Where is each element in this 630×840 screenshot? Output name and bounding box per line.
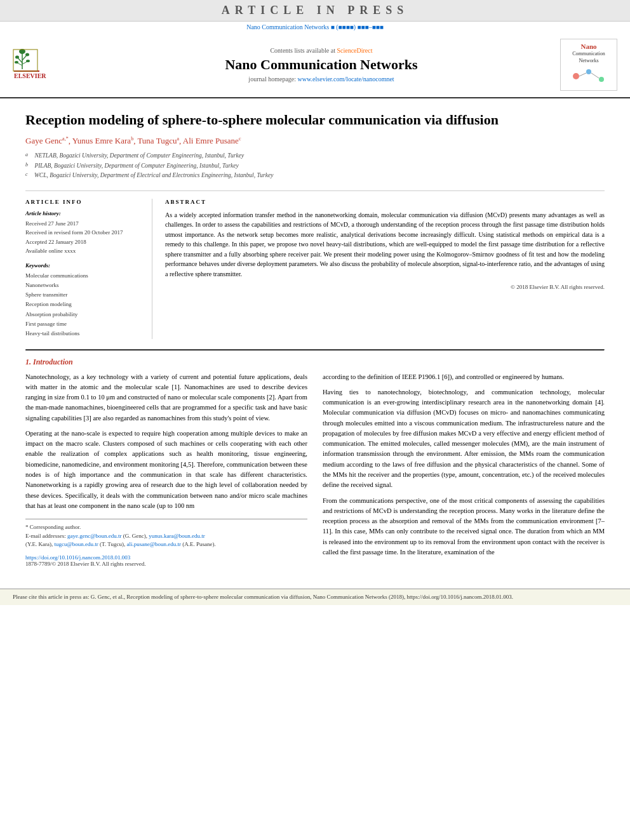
svg-line-3 bbox=[18, 58, 22, 63]
abstract-col: ABSTRACT As a widely accepted informatio… bbox=[165, 199, 605, 339]
article-in-press-banner: ARTICLE IN PRESS bbox=[0, 0, 630, 22]
author-tuna: Tuna Tugcua bbox=[137, 136, 179, 145]
section-introduction: 1. Introduction Nanotechnology, as a key… bbox=[25, 357, 605, 567]
svg-line-4 bbox=[22, 55, 27, 60]
svg-line-6 bbox=[22, 62, 27, 64]
citation-bar: Please cite this article in press as: G.… bbox=[0, 589, 630, 606]
svg-point-14 bbox=[586, 69, 591, 74]
affil-a: a NETLAB, Bogazici University, Departmen… bbox=[25, 151, 605, 161]
svg-point-10 bbox=[15, 61, 18, 63]
email-yunus[interactable]: yunus.kara@boun.edu.tr bbox=[149, 533, 205, 539]
affil-c: c WCL, Bogazici University, Department o… bbox=[25, 171, 605, 180]
history-label: Article history: bbox=[25, 210, 144, 217]
article-dates: Received 27 June 2017 Received in revise… bbox=[25, 219, 144, 256]
email-note: E-mail addresses: gaye.genc@boun.edu.tr … bbox=[25, 532, 307, 549]
abstract-heading: ABSTRACT bbox=[165, 199, 605, 205]
email-tuna[interactable]: tugcu@boun.edu.tr bbox=[55, 541, 98, 547]
svg-point-15 bbox=[599, 77, 604, 82]
banner-text: ARTICLE IN PRESS bbox=[222, 4, 408, 17]
intro-rp3: From the communications perspective, one… bbox=[323, 496, 605, 558]
kw-3: Reception modeling bbox=[25, 300, 144, 309]
homepage-url[interactable]: www.elsevier.com/locate/nanocomnet bbox=[298, 76, 394, 83]
affil-b: b PILAB, Bogazici University, Department… bbox=[25, 161, 605, 171]
info-abstract-section: ARTICLE INFO Article history: Received 2… bbox=[25, 190, 605, 339]
svg-point-9 bbox=[25, 53, 29, 56]
footnote-area: * Corresponding author. E-mail addresses… bbox=[25, 519, 307, 549]
date-revised: Received in revised form 20 October 2017 bbox=[25, 228, 144, 237]
elsevier-logo: ELSEVIER bbox=[13, 46, 76, 81]
journal-center-area: Contents lists available at ScienceDirec… bbox=[83, 47, 560, 83]
svg-point-13 bbox=[573, 73, 579, 79]
journal-header: ELSEVIER Contents lists available at Sci… bbox=[0, 32, 630, 98]
svg-line-16 bbox=[579, 73, 586, 76]
svg-text:ELSEVIER: ELSEVIER bbox=[14, 72, 46, 79]
authors-line: Gaye Genca,*, Yunus Emre Karab, Tuna Tug… bbox=[25, 136, 605, 146]
email-ali[interactable]: ali.pusane@boun.edu.tr bbox=[126, 541, 181, 547]
sciencedirect-line: Contents lists available at ScienceDirec… bbox=[83, 47, 560, 54]
section-divider bbox=[25, 349, 605, 351]
affil-c-text: WCL, Bogazici University, Department of … bbox=[34, 171, 273, 180]
date-online: Available online xxxx bbox=[25, 246, 144, 255]
svg-line-5 bbox=[17, 63, 22, 65]
article-info-heading: ARTICLE INFO bbox=[25, 199, 144, 205]
intro-left-text: Nanotechnology, as a key technology with… bbox=[25, 372, 307, 511]
author-ali: Ali Emre Pusanec bbox=[183, 136, 241, 145]
svg-point-8 bbox=[15, 55, 19, 58]
intro-p2: Operating at the nano-scale is expected … bbox=[25, 429, 307, 511]
kw-4: Absorption probability bbox=[25, 310, 144, 319]
journal-title: Nano Communication Networks bbox=[83, 57, 560, 73]
kw-0: Molecular communications bbox=[25, 271, 144, 281]
citation-text: Please cite this article in press as: G.… bbox=[13, 594, 513, 600]
intro-right-col: according to the definition of IEEE P190… bbox=[323, 372, 605, 567]
contents-label: Contents lists available at bbox=[270, 47, 335, 54]
email-tuna-name: (T. Tugcu), bbox=[100, 541, 126, 547]
article-title: Reception modeling of sphere-to-sphere m… bbox=[25, 111, 605, 130]
email-gaye-name: (G. Genc), bbox=[123, 533, 149, 539]
email-gaye[interactable]: gaye.genc@boun.edu.tr bbox=[67, 533, 122, 539]
email-ye-name: (Y.E. Kara), bbox=[25, 541, 55, 547]
author-gaye: Gaye Genca,* bbox=[25, 136, 69, 145]
affil-a-text: NETLAB, Bogazici University, Department … bbox=[34, 151, 244, 161]
kw-5: First passage time bbox=[25, 319, 144, 329]
nano-logo-icon bbox=[570, 67, 608, 86]
keywords-label: Keywords: bbox=[25, 262, 144, 269]
affiliations: a NETLAB, Bogazici University, Departmen… bbox=[25, 151, 605, 180]
homepage-label: journal homepage: bbox=[248, 76, 296, 83]
intro-right-text: according to the definition of IEEE P190… bbox=[323, 372, 605, 558]
nano-logo-area: Nano Communication Networks bbox=[560, 39, 617, 91]
date-accepted: Accepted 22 January 2018 bbox=[25, 237, 144, 246]
publisher-logo-area: ELSEVIER bbox=[13, 46, 83, 84]
keywords-list: Molecular communications Nanonetworks Sp… bbox=[25, 271, 144, 339]
main-content: Reception modeling of sphere-to-sphere m… bbox=[0, 98, 630, 588]
nano-logo-box: Nano Communication Networks bbox=[560, 39, 617, 91]
svg-rect-12 bbox=[13, 50, 37, 71]
author-yunus: Yunus Emre Karab bbox=[72, 136, 133, 145]
abstract-text: As a widely accepted information transfe… bbox=[165, 210, 605, 279]
sciencedirect-link[interactable]: ScienceDirect bbox=[337, 47, 372, 54]
kw-2: Sphere transmitter bbox=[25, 290, 144, 300]
article-info-col: ARTICLE INFO Article history: Received 2… bbox=[25, 199, 152, 339]
intro-two-col: Nanotechnology, as a key technology with… bbox=[25, 372, 605, 567]
kw-1: Nanonetworks bbox=[25, 281, 144, 290]
kw-6: Heavy-tail distributions bbox=[25, 329, 144, 338]
doi-footer: https://doi.org/10.1016/j.nancom.2018.01… bbox=[25, 554, 307, 567]
email-ali-name: (A.E. Pusane). bbox=[182, 541, 216, 547]
journal-ref-text: Nano Communication Networks ■ (■■■■) ■■■… bbox=[246, 23, 384, 30]
journal-ref-bar: Nano Communication Networks ■ (■■■■) ■■■… bbox=[0, 22, 630, 32]
corresponding-note: * Corresponding author. bbox=[25, 523, 307, 532]
intro-left-col: Nanotechnology, as a key technology with… bbox=[25, 372, 307, 567]
email-label: E-mail addresses: bbox=[25, 533, 67, 539]
journal-homepage: journal homepage: www.elsevier.com/locat… bbox=[83, 76, 560, 83]
affil-b-text: PILAB, Bogazici University, Department o… bbox=[34, 161, 238, 171]
copyright-line: © 2018 Elsevier B.V. All rights reserved… bbox=[165, 284, 605, 290]
section-title-intro: 1. Introduction bbox=[25, 357, 605, 367]
intro-rp2: Having ties to nanotechnology, biotechno… bbox=[323, 387, 605, 491]
intro-p1: Nanotechnology, as a key technology with… bbox=[25, 372, 307, 423]
date-received: Received 27 June 2017 bbox=[25, 219, 144, 228]
issn-line: 1878-7789/© 2018 Elsevier B.V. All right… bbox=[25, 561, 307, 567]
intro-rp1: according to the definition of IEEE P190… bbox=[323, 372, 605, 382]
svg-line-17 bbox=[591, 73, 599, 78]
doi-url[interactable]: https://doi.org/10.1016/j.nancom.2018.01… bbox=[25, 554, 130, 561]
svg-point-11 bbox=[26, 60, 30, 62]
